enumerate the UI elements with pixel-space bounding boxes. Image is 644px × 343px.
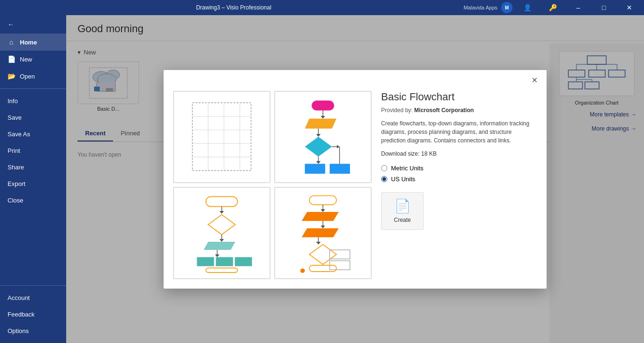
sidebar-item-save-as[interactable]: Save As <box>0 126 66 142</box>
svg-marker-44 <box>208 215 235 235</box>
svg-marker-35 <box>337 145 340 149</box>
modal-body: Basic Flowchart Provided by: Microsoft C… <box>164 91 547 289</box>
new-doc-icon: 📄 <box>8 55 15 63</box>
flowchart-thumb-4-svg <box>280 192 366 273</box>
metric-units-option[interactable]: Metric Units <box>381 165 537 172</box>
sidebar-open-label: Open <box>20 73 35 80</box>
sidebar-item-open[interactable]: 📂 Open <box>0 68 66 85</box>
modal-detail: Basic Flowchart Provided by: Microsoft C… <box>381 91 537 279</box>
sidebar-print-label: Print <box>8 147 20 154</box>
close-window-button[interactable]: ✕ <box>618 0 640 15</box>
svg-marker-47 <box>204 242 235 250</box>
sidebar-item-export[interactable]: Export <box>0 176 66 192</box>
flowchart-thumb-2-svg <box>280 96 366 177</box>
sidebar-item-save[interactable]: Save <box>0 109 66 126</box>
svg-marker-43 <box>219 211 224 214</box>
sidebar-info-label: Info <box>8 97 18 105</box>
modal-provider: Provided by: Microsoft Corporation <box>381 107 537 114</box>
sidebar-home-label: Home <box>20 39 37 46</box>
sidebar-account-label: Account <box>8 294 30 301</box>
flowchart-thumb-3-svg <box>179 192 265 273</box>
malavida-apps-label: Malavida Apps <box>463 5 497 10</box>
us-units-label: US Units <box>391 176 415 183</box>
create-label: Create <box>394 217 411 223</box>
svg-marker-56 <box>321 209 325 212</box>
minimize-button[interactable]: – <box>567 0 589 15</box>
svg-marker-63 <box>309 245 336 264</box>
modal-provider-label: Provided by: <box>381 107 413 114</box>
metric-units-label: Metric Units <box>391 165 424 172</box>
sidebar-share-label: Share <box>8 164 24 171</box>
sidebar-item-new[interactable]: 📄 New <box>0 51 66 68</box>
modal-download-label: Download size: <box>381 150 419 157</box>
svg-marker-59 <box>321 226 325 229</box>
app-container: ← ⌂ Home 📄 New 📂 Open Info Save <box>0 15 644 343</box>
sidebar-separator-1 <box>0 88 66 89</box>
signin-icon[interactable]: 🔑 <box>542 0 564 15</box>
us-units-radio[interactable] <box>381 176 387 182</box>
svg-rect-54 <box>309 196 336 205</box>
titlebar-controls: Malavida Apps M 👤 🔑 – □ ✕ <box>463 0 640 15</box>
main-content: Good morning ▾ New <box>66 15 644 343</box>
svg-marker-30 <box>305 119 337 129</box>
svg-marker-29 <box>321 116 325 119</box>
sidebar-options-label: Options <box>8 327 29 334</box>
sidebar-item-print[interactable]: Print <box>0 142 66 159</box>
modal-overlay[interactable]: ✕ <box>66 15 644 343</box>
svg-rect-19 <box>192 103 251 170</box>
sidebar-item-account[interactable]: Account <box>0 290 66 306</box>
sidebar-bottom: Account Feedback Options <box>0 290 66 343</box>
sidebar-export-label: Export <box>8 180 26 187</box>
modal-download-size: Download size: 18 KB <box>381 150 537 157</box>
sidebar-item-options[interactable]: Options <box>0 323 66 339</box>
open-folder-icon: 📂 <box>8 72 15 80</box>
back-arrow-icon: ← <box>8 21 14 28</box>
sidebar-item-share[interactable]: Share <box>0 159 66 176</box>
titlebar-title: Drawing3 – Visio Professional <box>4 4 463 11</box>
create-button[interactable]: 📄 Create <box>381 192 424 230</box>
svg-rect-50 <box>197 257 214 266</box>
svg-rect-27 <box>312 101 334 111</box>
sidebar-item-info[interactable]: Info <box>0 93 66 109</box>
modal-download-value: 18 KB <box>421 150 437 157</box>
sidebar-item-home[interactable]: ⌂ Home <box>0 34 66 51</box>
svg-rect-52 <box>235 257 252 266</box>
svg-marker-49 <box>215 255 220 257</box>
svg-marker-60 <box>302 228 339 237</box>
sidebar-nav: ⌂ Home 📄 New 📂 Open Info Save Save As <box>0 34 66 281</box>
sidebar-separator-bottom <box>0 285 66 286</box>
modal-provider-name: Microsoft Corporation <box>414 107 474 114</box>
titlebar: Drawing3 – Visio Professional Malavida A… <box>0 0 644 15</box>
us-units-option[interactable]: US Units <box>381 176 537 183</box>
modal-thumbs-grid <box>173 91 372 279</box>
svg-rect-39 <box>330 164 350 174</box>
modal-thumb-3[interactable] <box>173 187 270 279</box>
create-document-icon: 📄 <box>394 198 411 214</box>
metric-units-radio[interactable] <box>381 165 387 171</box>
sidebar-back-button[interactable]: ← <box>0 15 66 34</box>
flowchart-modal: ✕ <box>164 70 547 289</box>
svg-rect-51 <box>216 257 233 266</box>
modal-header: ✕ <box>164 70 547 91</box>
svg-marker-33 <box>305 137 332 157</box>
sidebar-item-feedback[interactable]: Feedback <box>0 306 66 323</box>
malavida-icon: M <box>501 2 513 13</box>
svg-rect-53 <box>206 268 238 273</box>
sidebar-feedback-label: Feedback <box>8 311 35 318</box>
svg-marker-32 <box>316 134 321 137</box>
svg-point-67 <box>300 268 305 273</box>
units-radio-group: Metric Units US Units <box>381 165 537 183</box>
user-icon[interactable]: 👤 <box>516 0 538 15</box>
modal-thumb-1[interactable] <box>173 91 270 183</box>
modal-description: Create flowcharts, top-down diagrams, in… <box>381 119 537 145</box>
svg-marker-37 <box>316 161 321 164</box>
svg-rect-41 <box>206 197 238 207</box>
modal-title: Basic Flowchart <box>381 91 537 103</box>
svg-rect-66 <box>309 265 336 272</box>
sidebar-save-label: Save <box>8 114 22 121</box>
maximize-button[interactable]: □ <box>593 0 615 15</box>
modal-close-button[interactable]: ✕ <box>528 74 541 87</box>
modal-thumb-4[interactable] <box>274 187 372 279</box>
sidebar-item-close[interactable]: Close <box>0 192 66 209</box>
modal-thumb-2[interactable] <box>274 91 372 183</box>
